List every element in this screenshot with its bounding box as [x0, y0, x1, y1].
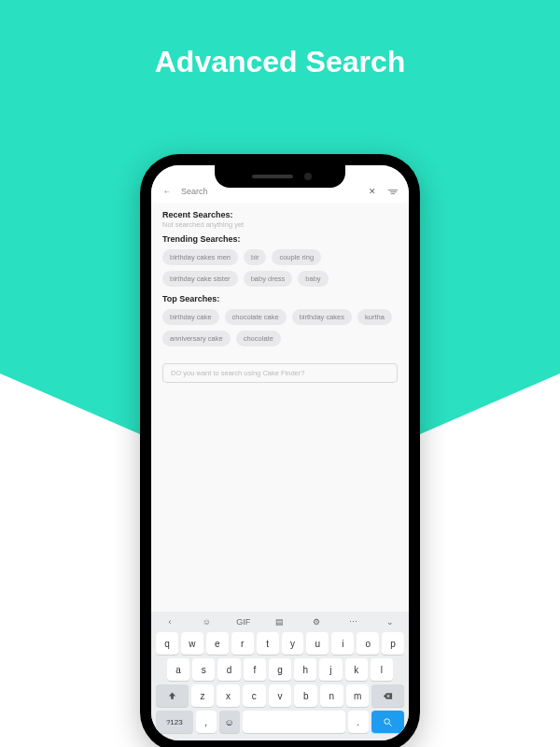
search-chip[interactable]: bir: [244, 249, 266, 265]
phone-notch: [215, 165, 345, 188]
search-chip[interactable]: birthday cake sister: [162, 271, 238, 287]
sticker-icon[interactable]: ☺: [196, 617, 217, 627]
space-key[interactable]: [243, 711, 345, 733]
phone-screen: ← Search ✕ Recent Searches: Not searched…: [151, 165, 409, 740]
keyboard-row-1: qwertyuiop: [154, 630, 406, 656]
key-s[interactable]: s: [192, 658, 215, 681]
more-icon[interactable]: ⋯: [343, 617, 364, 627]
key-e[interactable]: e: [206, 632, 229, 655]
key-l[interactable]: l: [371, 658, 393, 681]
hero-title: Advanced Search: [0, 45, 560, 79]
key-t[interactable]: t: [257, 632, 279, 655]
settings-icon[interactable]: ⚙: [306, 617, 327, 627]
search-chip[interactable]: kurtha: [357, 309, 392, 325]
filter-icon[interactable]: [386, 190, 399, 194]
key-y[interactable]: y: [282, 632, 304, 655]
promo-stage: Advanced Search ← Search ✕ Recent Search…: [0, 0, 560, 747]
symbols-key[interactable]: ?123: [156, 711, 193, 733]
key-v[interactable]: v: [269, 684, 292, 707]
search-chip[interactable]: birthday cakes: [292, 309, 352, 325]
search-chip[interactable]: baby dress: [244, 271, 293, 287]
recent-searches-title: Recent Searches:: [162, 210, 398, 219]
emoji-key[interactable]: ☺: [219, 711, 240, 733]
key-b[interactable]: b: [294, 684, 317, 707]
search-chip[interactable]: baby: [298, 271, 328, 287]
key-r[interactable]: r: [231, 632, 254, 655]
phone-frame: ← Search ✕ Recent Searches: Not searched…: [140, 154, 420, 747]
key-h[interactable]: h: [294, 658, 316, 681]
key-j[interactable]: j: [319, 658, 342, 681]
key-o[interactable]: o: [357, 632, 379, 655]
search-input[interactable]: Search: [181, 187, 366, 196]
key-n[interactable]: n: [320, 684, 343, 707]
collapse-keyboard-icon[interactable]: ⌄: [380, 617, 400, 627]
search-chip[interactable]: chocolate: [236, 331, 281, 346]
recent-searches-empty: Not searched anything yet: [162, 220, 398, 229]
search-chip[interactable]: birthday cakes men: [162, 249, 238, 265]
key-q[interactable]: q: [156, 632, 178, 655]
search-chip[interactable]: couple ring: [272, 249, 321, 265]
top-chips: birthday cakechocolate cakebirthday cake…: [162, 309, 398, 346]
key-p[interactable]: p: [382, 632, 404, 655]
key-a[interactable]: a: [167, 658, 189, 681]
keyboard-row-bottom: ?123 , ☺ .: [154, 709, 406, 735]
soft-keyboard: ‹ ☺ GIF ▤ ⚙ ⋯ ⌄ qwertyuiop asdfghjkl zxc…: [151, 612, 409, 740]
comma-key[interactable]: ,: [196, 711, 217, 733]
key-f[interactable]: f: [244, 658, 266, 681]
keyboard-toolbar: ‹ ☺ GIF ▤ ⚙ ⋯ ⌄: [154, 615, 406, 630]
key-d[interactable]: d: [217, 658, 240, 681]
key-u[interactable]: u: [306, 632, 329, 655]
key-g[interactable]: g: [269, 658, 291, 681]
svg-point-0: [385, 718, 390, 724]
key-i[interactable]: i: [331, 632, 354, 655]
trending-chips: birthday cakes menbircouple ringbirthday…: [162, 249, 398, 287]
key-z[interactable]: z: [191, 684, 215, 707]
search-chip[interactable]: birthday cake: [162, 309, 219, 325]
search-chip[interactable]: chocolate cake: [225, 309, 287, 325]
top-searches-title: Top Searches:: [162, 294, 398, 303]
keyboard-row-2: asdfghjkl: [154, 656, 406, 683]
close-icon[interactable]: ✕: [366, 187, 379, 196]
gif-button[interactable]: GIF: [233, 617, 254, 627]
keyboard-row-3: zxcvbnm: [154, 683, 406, 709]
backspace-key[interactable]: [371, 684, 404, 707]
trending-searches-title: Trending Searches:: [162, 234, 398, 244]
search-key[interactable]: [371, 711, 404, 733]
shift-key[interactable]: [156, 684, 189, 707]
search-content: Recent Searches: Not searched anything y…: [151, 203, 409, 582]
key-x[interactable]: x: [217, 684, 240, 707]
period-key[interactable]: .: [348, 711, 369, 733]
key-w[interactable]: w: [181, 632, 203, 655]
chevron-left-icon[interactable]: ‹: [160, 617, 180, 627]
search-chip[interactable]: anniversary cake: [162, 331, 231, 346]
cake-finder-prompt[interactable]: DO you want to search using Cake Finder?: [162, 363, 398, 383]
key-k[interactable]: k: [345, 658, 368, 681]
clipboard-icon[interactable]: ▤: [270, 617, 290, 627]
key-c[interactable]: c: [243, 684, 266, 707]
key-m[interactable]: m: [346, 684, 370, 707]
back-icon[interactable]: ←: [161, 187, 174, 196]
svg-line-1: [389, 723, 392, 726]
